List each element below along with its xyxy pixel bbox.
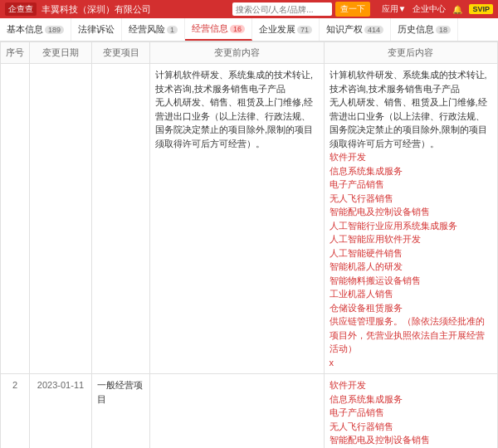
tab-qiye-label: 企业发展: [259, 23, 295, 36]
after-red-x: x: [330, 356, 493, 370]
tab-falv[interactable]: 法律诉讼: [71, 18, 122, 41]
after-red-7: 人工智能应用软件开发: [330, 232, 493, 246]
after-red-11: 工业机器人销售: [330, 287, 493, 301]
after-black-text: 计算机软件研发、系统集成的技术转让,技术咨询,技术服务销售电子产品: [330, 68, 493, 95]
logo[interactable]: 企查查: [5, 2, 37, 16]
tab-jiben-label: 基本信息: [7, 23, 43, 36]
tab-zhishi[interactable]: 知识产权 414: [320, 18, 391, 41]
tab-zhishi-badge: 414: [364, 26, 383, 34]
after-red-5: 智能配电及控制设备销售: [330, 205, 493, 219]
after-red-13: 供应链管理服务。（除依法须经批准的项目外，凭营业执照依法自主开展经营活动）: [330, 314, 493, 356]
cell-before: 计算机软件研发、系统集成的技术转让,技术咨询,技术服务销售电子产品 无人机研发、…: [150, 64, 325, 374]
r2-4: 无人飞行器销售: [330, 420, 493, 434]
company-name: 丰翼科技（深圳）有限公司: [42, 3, 151, 16]
tab-qiye-badge: 71: [297, 26, 312, 34]
r2-1: 软件开发: [330, 378, 493, 392]
right-icons: 应用▼ 企业中心 🔔 SVIP: [382, 3, 493, 15]
svip-badge[interactable]: SVIP: [469, 4, 493, 14]
tab-jiben-badge: 189: [45, 26, 64, 34]
search-input[interactable]: [232, 2, 332, 16]
col-date: 变更日期: [30, 42, 92, 64]
cell-before: [150, 374, 325, 449]
tab-jingying-badge: 1: [167, 26, 178, 34]
col-before: 变更前内容: [150, 42, 325, 64]
r2-5: 智能配电及控制设备销售: [330, 433, 493, 447]
search-area: 查一下 应用▼ 企业中心 🔔 SVIP: [232, 2, 493, 17]
enterprise-label[interactable]: 企业中心: [413, 3, 446, 15]
after-red-12: 仓储设备租赁服务: [330, 301, 493, 315]
table-row: 2 2023-01-11 一般经营项目 软件开发 信息系统集成服务 电子产品销售…: [1, 374, 498, 449]
table-row: 计算机软件研发、系统集成的技术转让,技术咨询,技术服务销售电子产品 无人机研发、…: [1, 64, 498, 374]
r2-2: 信息系统集成服务: [330, 392, 493, 407]
cell-after: 软件开发 信息系统集成服务 电子产品销售 无人飞行器销售 智能配电及控制设备销售…: [324, 374, 498, 449]
tab-jingying[interactable]: 经营风险 1: [122, 18, 185, 41]
nav-tabs-row: 基本信息 189 法律诉讼 经营风险 1 经营信息 16 企业发展 71 知识产…: [0, 18, 498, 41]
app-label[interactable]: 应用▼: [382, 3, 407, 15]
col-after: 变更后内容: [324, 42, 498, 64]
cell-num: [1, 64, 30, 374]
tab-jingying-label: 经营风险: [129, 23, 165, 36]
after-red-2: 信息系统集成服务: [330, 164, 493, 178]
col-num: 序号: [1, 42, 30, 64]
main-content: 序号 变更日期 变更项目 变更前内容 变更后内容 计算机软件研发、系统集成的技术…: [0, 41, 498, 448]
top-header: 企查查 丰翼科技（深圳）有限公司 查一下 应用▼ 企业中心 🔔 SVIP: [0, 0, 498, 18]
cell-date: [30, 64, 92, 374]
tab-lishi-badge: 18: [436, 26, 451, 34]
logo-text: 企查查: [8, 4, 33, 13]
tab-zhishi-label: 知识产权: [326, 23, 363, 36]
tab-jingxin-label: 经营信息: [192, 22, 228, 35]
tab-jiben[interactable]: 基本信息 189: [0, 18, 71, 41]
after-red-8: 人工智能硬件销售: [330, 246, 493, 261]
r2-3: 电子产品销售: [330, 406, 493, 420]
after-red-1: 软件开发: [330, 150, 493, 164]
tab-falv-label: 法律诉讼: [78, 23, 115, 36]
cell-type: [92, 64, 150, 374]
bell-icon: 🔔: [452, 5, 462, 14]
cell-num: 2: [1, 374, 30, 449]
cell-date: 2023-01-11: [30, 374, 92, 449]
search-button[interactable]: 查一下: [335, 2, 370, 17]
tab-jingxin[interactable]: 经营信息 16: [185, 18, 252, 41]
col-type: 变更项目: [92, 42, 150, 64]
cell-type: 一般经营项目: [92, 374, 150, 449]
cell-after: 计算机软件研发、系统集成的技术转让,技术咨询,技术服务销售电子产品 无人机研发、…: [324, 64, 498, 374]
tab-jingxin-badge: 16: [230, 25, 245, 33]
change-table: 序号 变更日期 变更项目 变更前内容 变更后内容 计算机软件研发、系统集成的技术…: [0, 41, 498, 448]
after-black-text2: 无人机研发、销售、租赁及上门维修,经营进出口业务（以上法律、行政法规、国务院决定…: [330, 95, 493, 150]
after-red-4: 无人飞行器销售: [330, 192, 493, 206]
tab-qiye[interactable]: 企业发展 71: [252, 18, 320, 41]
scroll-area[interactable]: 序号 变更日期 变更项目 变更前内容 变更后内容 计算机软件研发、系统集成的技术…: [0, 41, 498, 448]
after-red-9: 智能机器人的研发: [330, 260, 493, 274]
tab-lishi[interactable]: 历史信息 18: [391, 18, 458, 41]
after-red-3: 电子产品销售: [330, 178, 493, 192]
after-red-6: 人工智能行业应用系统集成服务: [330, 219, 493, 233]
tab-lishi-label: 历史信息: [398, 23, 434, 36]
after-red-10: 智能物料搬运设备销售: [330, 274, 493, 288]
